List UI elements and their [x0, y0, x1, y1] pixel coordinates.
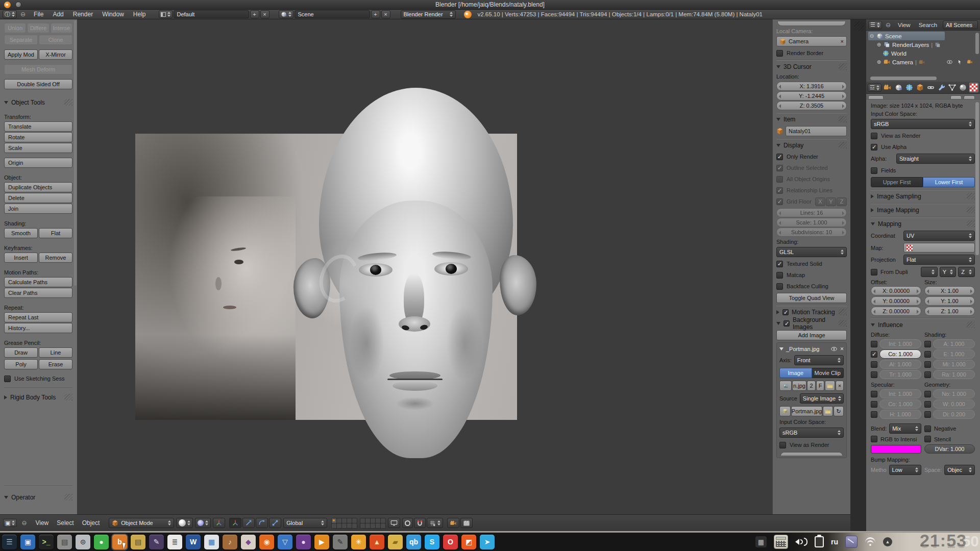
smooth-button[interactable]: Smooth [4, 228, 38, 238]
3d-viewport[interactable]: Local Camera: Camera × Render Border 3D … [78, 19, 850, 514]
translate-manipulator-button[interactable] [229, 518, 241, 528]
tool-shelf-scrollbar[interactable] [74, 20, 77, 286]
menu-item[interactable]: Object [78, 519, 104, 527]
outline-selected-checkbox[interactable] [776, 165, 783, 171]
influence-slider[interactable]: Di: 0.200 [933, 410, 975, 419]
menu-item[interactable]: Render [68, 11, 97, 18]
app-launcher-icon[interactable]: ☰ [2, 535, 17, 549]
cursor-y-field[interactable]: Y: -1.2445 [776, 91, 847, 101]
fields-checkbox[interactable] [871, 167, 877, 174]
colorspace-dropdown[interactable]: sRGB [871, 119, 975, 129]
negative-checkbox[interactable] [924, 425, 931, 432]
influence-checkbox[interactable] [924, 341, 931, 347]
axis-x-dropdown[interactable] [921, 267, 938, 277]
outliner-vertical-scrollbar[interactable] [975, 33, 979, 54]
3d-cursor-panel-header[interactable]: 3D Cursor [776, 62, 847, 71]
influence-checkbox[interactable] [924, 351, 931, 358]
file-manager-icon[interactable]: ▤ [57, 535, 72, 549]
panel-grip-icon[interactable] [967, 207, 975, 213]
texture-color-swatch[interactable] [871, 445, 921, 454]
object-tools-panel-header[interactable]: Object Tools [4, 98, 72, 107]
panel-grip-icon[interactable] [64, 99, 72, 106]
layer-selector[interactable] [331, 518, 386, 529]
size-x-field[interactable]: X: 1.00 [924, 286, 975, 295]
matcap-checkbox[interactable] [776, 272, 783, 279]
influence-slider[interactable]: H: 1.000 [879, 410, 921, 419]
rotate-manipulator-button[interactable] [256, 518, 268, 528]
clipped-button[interactable] [964, 95, 975, 99]
bump-space-dropdown[interactable]: Objec [944, 465, 975, 475]
stencil-checkbox[interactable] [924, 436, 931, 442]
outliner-view-menu[interactable]: View [894, 22, 914, 28]
origin-button[interactable]: Origin [4, 158, 72, 168]
relationship-lines-checkbox[interactable] [776, 187, 783, 194]
influence-slider[interactable]: No: 1.000 [933, 389, 975, 398]
clipboard-icon[interactable] [815, 536, 824, 547]
panel-grip-icon[interactable] [967, 193, 975, 199]
panel-grip-icon[interactable] [64, 494, 72, 500]
influence-panel-header[interactable]: Influence [871, 320, 975, 330]
journal-icon[interactable]: ✎ [149, 535, 164, 549]
item-panel-header[interactable]: Item [776, 115, 847, 124]
remove-image-icon[interactable]: × [840, 345, 844, 353]
influence-slider[interactable]: Ra: 1.000 [933, 370, 975, 379]
writer-icon[interactable]: W [186, 535, 201, 549]
snap-toggle-button[interactable] [414, 518, 426, 528]
reload-image-button[interactable]: ↻ [834, 406, 844, 416]
lock-to-scene-button[interactable] [388, 518, 400, 528]
rotate-button[interactable]: Rotate [4, 132, 72, 142]
backface-culling-checkbox[interactable] [776, 283, 783, 290]
collapse-icon[interactable]: ⊖ [869, 33, 874, 39]
view-as-render-checkbox[interactable] [871, 133, 877, 139]
clipped-slider[interactable] [780, 452, 843, 456]
tray-expand-icon[interactable]: ▲ [883, 537, 892, 546]
delete-layout-button[interactable]: × [260, 10, 270, 18]
mapping-panel-header[interactable]: Mapping [871, 219, 975, 229]
scale-manipulator-button[interactable] [269, 518, 281, 528]
clipped-button[interactable] [777, 21, 846, 26]
grease-poly-button[interactable]: Poly [4, 359, 38, 369]
filepath-field[interactable]: Portman.jpg [791, 406, 822, 416]
influence-checkbox[interactable] [871, 361, 877, 368]
boolean-op-button[interactable]: Union [4, 23, 26, 33]
volume-icon[interactable] [795, 538, 807, 546]
alpha-mode-dropdown[interactable]: Straight [896, 154, 975, 164]
shading-mode-dropdown[interactable]: GLSL [776, 247, 847, 257]
mesh-button[interactable]: Separate [4, 35, 38, 45]
mesh-deform-button[interactable]: Mesh Deform [4, 64, 72, 74]
document-icon[interactable]: ≣ [167, 535, 182, 549]
move-manipulator-button[interactable] [242, 518, 255, 528]
editor-type-button[interactable]: ⓘ [3, 10, 17, 18]
scene-icon-button[interactable] [279, 10, 293, 18]
proportional-edit-button[interactable] [402, 518, 413, 528]
blender-icon[interactable]: b [112, 535, 127, 549]
render-border-checkbox[interactable] [776, 50, 783, 57]
add-image-button[interactable]: Add Image [776, 330, 847, 340]
grid-lines-field[interactable]: Lines: 16 [776, 208, 847, 217]
panel-grip-icon[interactable] [839, 309, 847, 315]
telegram-icon[interactable]: ➤ [480, 535, 495, 549]
panel-grip-icon[interactable] [839, 116, 847, 122]
panel-grip-icon[interactable] [967, 321, 975, 328]
influence-slider[interactable]: Int: 1.000 [879, 389, 921, 398]
tray-keyboard-icon[interactable]: ▦ [755, 536, 767, 547]
outliner-search-menu[interactable]: Search [915, 22, 941, 28]
mode-dropdown[interactable]: Object Mode [109, 518, 174, 528]
folder-icon[interactable]: ▰ [388, 535, 403, 549]
rigid-body-panel-header[interactable]: Rigid Body Tools [4, 393, 72, 402]
manipulator-toggle-button[interactable] [213, 518, 225, 528]
outliner-item-renderlayers[interactable]: ⊕ RenderLayers | [868, 40, 980, 49]
desktop-pager-icon[interactable]: ▣ [20, 535, 35, 549]
apply-modifier-button[interactable]: Apply Mod [4, 49, 38, 60]
grid-subdivisions-field[interactable]: Subdivisions: 10 [776, 228, 847, 237]
menu-item[interactable]: Select [53, 519, 78, 527]
renderability-camera-icon[interactable] [967, 59, 973, 65]
menu-item[interactable]: File [29, 11, 48, 18]
scene-field[interactable]: Scene [295, 10, 370, 18]
world-tab[interactable] [904, 83, 914, 92]
axis-dropdown[interactable]: Front [794, 355, 844, 365]
add-scene-button[interactable]: + [371, 10, 380, 18]
packed-file-button[interactable] [779, 406, 791, 416]
media-purple-icon[interactable]: ● [296, 535, 311, 549]
influence-slider[interactable]: Tr: 1.000 [879, 370, 921, 379]
